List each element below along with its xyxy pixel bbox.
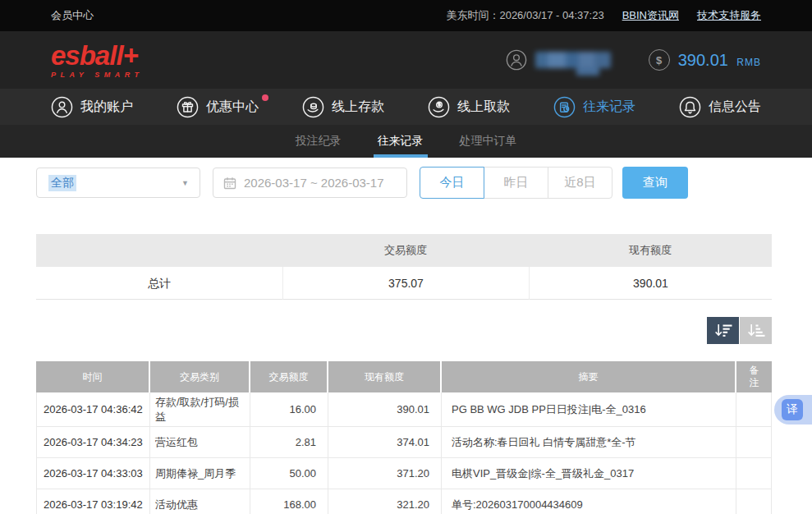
- nav-label: 线上取款: [457, 99, 510, 116]
- cell-summary: PG BB WG JDB PP日日投注|电-全_0316: [442, 392, 736, 427]
- nav-item-deposit[interactable]: 线上存款: [302, 96, 384, 118]
- records-table-body: 2026-03-17 04:36:42 存款/取款/打码/损益 16.00 39…: [36, 392, 772, 514]
- tab-bet-records[interactable]: 投注纪录: [291, 125, 346, 158]
- search-button[interactable]: 查询: [622, 167, 688, 199]
- eastern-time-label: 美东时间：2026/03/17 - 04:37:23: [446, 8, 603, 23]
- cell-type: 活动优惠: [150, 489, 250, 514]
- cell-balance: 371.20: [328, 458, 442, 489]
- balance-chip[interactable]: $ 390.01 RMB: [649, 49, 761, 71]
- summary-table-header: 交易额度 现有额度: [36, 234, 772, 267]
- notification-dot: [262, 94, 268, 101]
- nav-label: 往来记录: [583, 99, 635, 116]
- cell-type: 营运红包: [150, 427, 250, 458]
- yesterday-button[interactable]: 昨日: [484, 167, 548, 199]
- cell-balance: 374.01: [328, 427, 442, 458]
- summary-total-row: 总计 375.07 390.01: [36, 267, 772, 300]
- balance-currency: RMB: [736, 57, 761, 68]
- sort-ascending-icon: [747, 324, 765, 338]
- table-row: 2026-03-17 03:19:42 活动优惠 168.00 321.20 单…: [36, 489, 772, 514]
- date-range-picker[interactable]: 2026-03-17 ~ 2026-03-17: [213, 168, 407, 198]
- main-content: 全部 ▼ 2026-03-17 ~ 2026-03-17 今日 昨日 近8日 查…: [0, 158, 812, 514]
- cell-type: 存款/取款/打码/损益: [150, 392, 250, 427]
- table-row: 2026-03-17 04:34:23 营运红包 2.81 374.01 活动名…: [36, 427, 772, 458]
- sort-descending-icon: [714, 324, 732, 338]
- main-nav: 我的账户 优惠中心 线上存款 线上取款 往来记录: [0, 89, 812, 125]
- summary-transaction-amount: 375.07: [282, 267, 529, 300]
- bbin-news-link[interactable]: BBIN资讯网: [622, 8, 679, 23]
- deposit-icon: [302, 96, 324, 118]
- summary-table: 交易额度 现有额度 总计 375.07 390.01: [36, 234, 772, 300]
- sort-controls: [36, 317, 772, 344]
- bell-icon: [679, 96, 701, 118]
- col-header-note: 备注: [736, 361, 772, 392]
- table-row: 2026-03-17 04:33:03 周期俸禄_周月季 50.00 371.2…: [36, 458, 772, 489]
- cell-note: [736, 489, 772, 514]
- member-center-link[interactable]: 会员中心: [51, 8, 94, 23]
- cell-summary: 电棋VIP_晋级金|综-全_晋级礼金_0317: [442, 458, 736, 489]
- tab-transaction-records[interactable]: 往来记录: [374, 125, 428, 158]
- sort-ascending-button[interactable]: [740, 317, 772, 344]
- filter-row: 全部 ▼ 2026-03-17 ~ 2026-03-17 今日 昨日 近8日 查…: [36, 167, 772, 199]
- col-header-balance: 现有额度: [328, 361, 442, 392]
- user-account-chip[interactable]: [506, 49, 611, 71]
- site-header: esball+ PLAY SMART $ 390.01 RMB: [0, 31, 812, 89]
- today-button[interactable]: 今日: [420, 167, 484, 199]
- tab-pending-orders[interactable]: 处理中订单: [456, 125, 521, 158]
- nav-item-transaction-records[interactable]: 往来记录: [553, 96, 635, 118]
- cell-time: 2026-03-17 04:34:23: [36, 427, 150, 458]
- cell-note: [736, 458, 772, 489]
- last-8-days-button[interactable]: 近8日: [548, 167, 612, 199]
- table-row: 2026-03-17 04:36:42 存款/取款/打码/损益 16.00 39…: [36, 392, 772, 427]
- records-icon: [553, 96, 576, 118]
- chevron-down-icon: ▼: [181, 179, 189, 187]
- esball-logo[interactable]: esball+ PLAY SMART: [51, 42, 144, 79]
- sub-nav: 投注纪录 往来记录 处理中订单: [0, 125, 812, 158]
- nav-item-promotions[interactable]: 优惠中心: [177, 96, 259, 118]
- cell-note: [736, 392, 772, 427]
- cell-amount: 2.81: [250, 427, 328, 458]
- cell-time: 2026-03-17 03:19:42: [36, 489, 150, 514]
- quick-date-buttons: 今日 昨日 近8日: [420, 167, 612, 199]
- username-redacted: [535, 52, 611, 68]
- cell-amount: 16.00: [250, 392, 328, 427]
- withdraw-icon: [428, 96, 450, 118]
- nav-label: 优惠中心: [206, 99, 259, 116]
- col-header-type: 交易类别: [150, 361, 250, 392]
- nav-item-announcements[interactable]: 信息公告: [679, 96, 761, 118]
- nav-label: 信息公告: [709, 99, 761, 116]
- nav-item-my-account[interactable]: 我的账户: [51, 96, 133, 118]
- nav-label: 线上存款: [332, 99, 384, 116]
- summary-header-current-amount: 现有额度: [529, 243, 772, 258]
- avatar-icon: [506, 49, 527, 71]
- cell-balance: 321.20: [328, 489, 442, 514]
- records-table-header: 时间 交易类别 交易额度 现有额度 摘要 备注: [36, 361, 772, 392]
- nav-label: 我的账户: [80, 99, 133, 116]
- logo-text: esball+: [51, 42, 144, 69]
- sort-descending-button[interactable]: [707, 317, 739, 344]
- translate-widget[interactable]: 译: [774, 395, 812, 425]
- type-select-value: 全部: [48, 175, 76, 191]
- logo-tagline: PLAY SMART: [51, 71, 144, 79]
- dollar-icon: $: [649, 49, 670, 71]
- type-select-dropdown[interactable]: 全部 ▼: [36, 168, 200, 198]
- translate-icon: 译: [782, 399, 803, 420]
- cell-time: 2026-03-17 04:36:42: [36, 392, 150, 427]
- tech-support-link[interactable]: 技术支持服务: [697, 8, 761, 23]
- cell-amount: 168.00: [250, 489, 328, 514]
- records-table: 时间 交易类别 交易额度 现有额度 摘要 备注 2026-03-17 04:36…: [36, 361, 772, 514]
- nav-item-withdraw[interactable]: 线上取款: [428, 96, 510, 118]
- gift-icon: [177, 96, 199, 118]
- cell-summary: 单号:202603170004434609: [442, 489, 736, 514]
- col-header-amount: 交易额度: [250, 361, 328, 392]
- user-icon: [51, 96, 73, 118]
- cell-balance: 390.01: [328, 392, 442, 427]
- top-bar: 会员中心 美东时间：2026/03/17 - 04:37:23 BBIN资讯网 …: [0, 0, 812, 31]
- cell-note: [736, 427, 772, 458]
- balance-amount: 390.01: [678, 51, 728, 69]
- date-range-value: 2026-03-17 ~ 2026-03-17: [244, 176, 384, 190]
- summary-current-amount: 390.01: [529, 267, 772, 300]
- calendar-icon: [223, 177, 236, 190]
- summary-total-label: 总计: [36, 267, 282, 300]
- col-header-summary: 摘要: [442, 361, 736, 392]
- cell-time: 2026-03-17 04:33:03: [36, 458, 150, 489]
